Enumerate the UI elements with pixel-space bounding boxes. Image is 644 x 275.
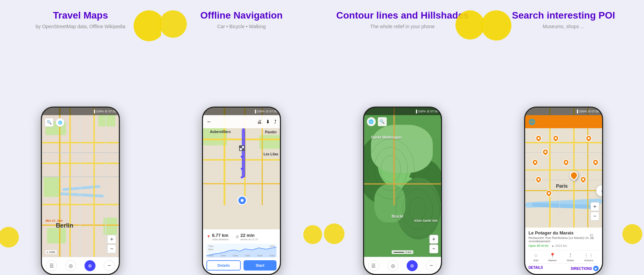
status-bar-2: ▐ 100% ⊟ 07:00 bbox=[203, 108, 280, 115]
panel1-title: Travel Maps bbox=[53, 10, 108, 21]
green-4 bbox=[47, 228, 66, 243]
zoom-in-3[interactable]: + bbox=[429, 235, 438, 244]
road-h4 bbox=[42, 224, 119, 226]
phone-3: Sankt Walburgen Brückl Klein Sankt Veit … bbox=[363, 107, 442, 275]
distance-icon: 📍 bbox=[206, 235, 211, 239]
chart-2km: 2 km bbox=[221, 254, 226, 257]
location-dot bbox=[241, 199, 244, 202]
terrain-map: Sankt Walburgen Brückl Klein Sankt Veit … bbox=[364, 108, 441, 274]
chart-4km: 4 km bbox=[245, 254, 250, 257]
place-sanktwalt: Sankt Walburgen bbox=[371, 135, 402, 139]
phone-container-3: Sankt Walburgen Brückl Klein Sankt Veit … bbox=[329, 36, 476, 275]
berlin-label: Berlin bbox=[56, 222, 73, 229]
minus-btn-3[interactable]: − bbox=[426, 260, 437, 271]
road-h2 bbox=[42, 163, 119, 164]
directions-text: DIRECTIONS bbox=[571, 267, 592, 271]
food-icon: 🍴 bbox=[588, 233, 595, 240]
start-button[interactable]: Start bbox=[244, 260, 276, 271]
poi-distance: ▲ 2023 km bbox=[551, 244, 567, 248]
minus-btn-1[interactable]: − bbox=[104, 260, 115, 271]
navigate-btn-3[interactable]: ⊕ bbox=[407, 260, 418, 271]
battery-4: ▐ 100% bbox=[576, 110, 587, 113]
nav-road-h3 bbox=[203, 183, 280, 184]
panel-contour: Contour lines and Hillshades The whole r… bbox=[322, 0, 483, 275]
nav-buttons: Details Start bbox=[206, 260, 276, 271]
phone-4: Paris + − 🌐 Le Potager du Marais bbox=[524, 107, 603, 275]
road-v2 bbox=[93, 108, 95, 274]
action-marker[interactable]: 📍 Marker bbox=[548, 253, 557, 262]
poi-map: Paris + − 🌐 Le Potager du Marais bbox=[525, 108, 602, 274]
poi-minor-1 bbox=[525, 152, 602, 153]
panel3-title: Contour lines and Hillshades bbox=[336, 10, 469, 21]
svg-point-1 bbox=[368, 139, 414, 199]
nav-map: Aubervilliers Pantin Les Lilas ← � bbox=[203, 108, 280, 274]
status-bar-3: ▐ 100% ⊟ 07:00 bbox=[364, 108, 441, 115]
nav-toolbar-top: ← 🖨 ⬇ ⤴ bbox=[203, 115, 280, 128]
time-value: 22 min bbox=[240, 233, 258, 238]
open-status: Open till 00:50 bbox=[529, 244, 549, 248]
action-share[interactable]: ⤴ Share bbox=[567, 253, 574, 262]
poi-nav-links: DETAILS DIRECTIONS ▶ bbox=[529, 263, 599, 271]
poi-header: Le Potager du Marais 🍴 bbox=[529, 230, 599, 235]
search-btn-1[interactable]: 🔍 bbox=[45, 118, 54, 127]
share-label: Share bbox=[567, 259, 574, 262]
action-actions[interactable]: ⋮⋮ Actions bbox=[584, 253, 594, 262]
road-h3 bbox=[42, 204, 119, 205]
action-add[interactable]: ☆ Add bbox=[533, 253, 538, 262]
chart-1km: 1 km bbox=[208, 254, 213, 257]
nav-icon-1[interactable]: 🖨 bbox=[257, 119, 262, 124]
place-pantin: Pantin bbox=[265, 130, 277, 134]
paris-label: Paris bbox=[556, 183, 568, 189]
back-btn[interactable]: ← bbox=[206, 119, 212, 125]
phone-container-4: Paris + − 🌐 Le Potager du Marais bbox=[490, 36, 637, 275]
time-1: ⊟ 07:00 bbox=[105, 110, 116, 113]
panel1-subtitle: by OpenStreetMap data, Offline Wikipedia bbox=[36, 23, 125, 30]
poi-road-h1 bbox=[525, 142, 602, 143]
scale-terrain: 1 km bbox=[392, 250, 413, 254]
zoom-out-3[interactable]: − bbox=[429, 244, 438, 253]
location-marker bbox=[237, 196, 247, 205]
poi-toolbar-top: 🌐 bbox=[525, 115, 602, 128]
nav-chart: 10% 70m 60m 1 km 2 km 3 km bbox=[206, 244, 276, 257]
svg-point-6 bbox=[409, 197, 426, 221]
chart-3km: 3 km bbox=[233, 254, 238, 257]
menu-btn-1[interactable]: ☰ bbox=[46, 260, 57, 271]
time-3: ⊟ 07:00 bbox=[427, 110, 438, 113]
directions-link[interactable]: DIRECTIONS ▶ bbox=[571, 266, 599, 271]
svg-point-3 bbox=[381, 156, 401, 183]
navigate-btn-1[interactable]: ⊕ bbox=[84, 260, 95, 271]
grid-3 bbox=[240, 148, 242, 151]
chart-elev2: 60m bbox=[208, 248, 214, 251]
minor-road-2 bbox=[42, 176, 119, 177]
nav-icon-3[interactable]: ⤴ bbox=[274, 119, 276, 124]
phone-container-2: Aubervilliers Pantin Les Lilas ← � bbox=[168, 36, 315, 275]
zoom-in-1[interactable]: + bbox=[107, 235, 116, 244]
globe-icon-poi[interactable]: 🌐 bbox=[529, 119, 535, 125]
location-btn-1[interactable]: ◎ bbox=[65, 260, 76, 271]
search-btn-3[interactable]: 🔍 bbox=[378, 117, 387, 126]
zoom-controls-1: + − bbox=[107, 235, 116, 253]
menu-btn-3[interactable]: ☰ bbox=[368, 260, 379, 271]
phone-2: Aubervilliers Pantin Les Lilas ← � bbox=[202, 107, 281, 275]
nav-icon-2[interactable]: ⬇ bbox=[266, 119, 270, 124]
phone-screen-3: Sankt Walburgen Brückl Klein Sankt Veit … bbox=[364, 108, 441, 274]
time-2: ⊟ 07:00 bbox=[266, 110, 277, 113]
zoom-out-4[interactable]: − bbox=[590, 212, 599, 221]
zoom-out-1[interactable]: − bbox=[107, 244, 116, 253]
grid-4 bbox=[242, 148, 244, 151]
zoom-in-4[interactable]: + bbox=[590, 202, 599, 211]
scale-berlin: L 1000 bbox=[45, 250, 56, 254]
scale-label: 1 km bbox=[405, 251, 411, 254]
poi-actions: ☆ Add 📍 Marker ⤴ Share bbox=[529, 250, 599, 262]
compass-btn-3[interactable]: 🌐 bbox=[367, 117, 376, 126]
panel-travel-maps: Travel Maps by OpenStreetMap data, Offli… bbox=[0, 0, 161, 275]
details-button[interactable]: Details bbox=[206, 260, 241, 271]
clock-icon: ⏱ bbox=[236, 235, 239, 239]
phone-1: Berlin den 17. Jun L 1000 🔍 🌐 + − bbox=[41, 107, 120, 275]
location-btn-3[interactable]: ◎ bbox=[387, 260, 398, 271]
details-link[interactable]: DETAILS bbox=[529, 266, 543, 271]
marker-icon: 📍 bbox=[550, 253, 555, 258]
directions-arrow: ▶ bbox=[593, 266, 599, 271]
panel3-subtitle: The whole relief in your phone bbox=[370, 23, 435, 30]
distance-label: Total distance bbox=[212, 238, 229, 241]
